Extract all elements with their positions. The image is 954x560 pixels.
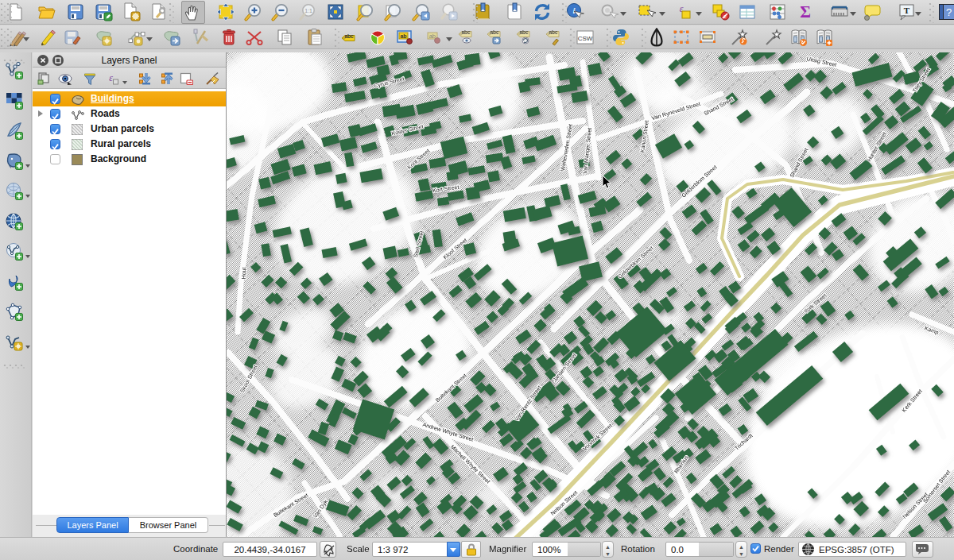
svg-text:CSW: CSW: [578, 35, 593, 42]
svg-text:1:1: 1:1: [304, 8, 312, 14]
svg-text:ε: ε: [109, 72, 113, 83]
svg-text:abc: abc: [490, 29, 499, 35]
svg-text:Hout: Hout: [241, 267, 247, 279]
svg-text:abc: abc: [519, 29, 529, 35]
svg-text:ab: ab: [429, 33, 436, 39]
svg-text:abc: abc: [549, 29, 558, 35]
svg-text:abc: abc: [461, 29, 471, 35]
svg-text:e: e: [723, 14, 727, 19]
svg-text:T: T: [904, 6, 910, 15]
svg-text:abc: abc: [344, 33, 354, 39]
svg-text:?: ?: [946, 6, 952, 18]
svg-text:ab: ab: [400, 33, 406, 39]
svg-text:Σ: Σ: [800, 2, 811, 21]
